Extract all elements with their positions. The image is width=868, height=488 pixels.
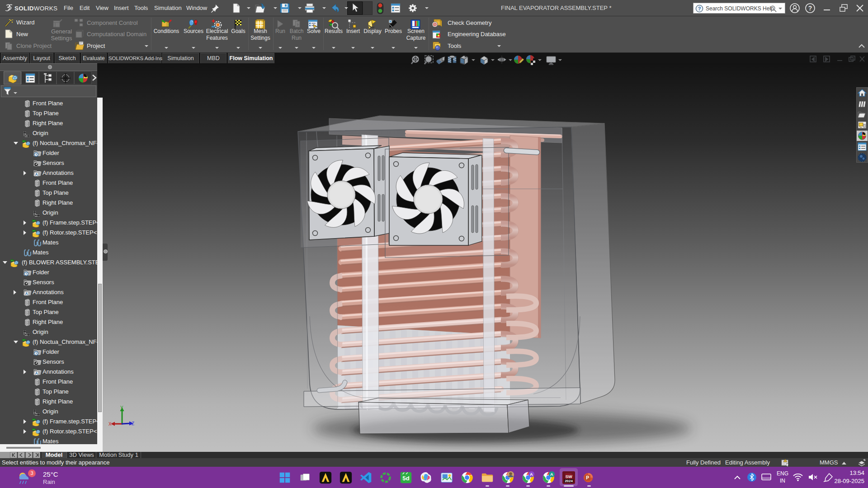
svg-text:A: A xyxy=(550,472,553,477)
svg-text:SOLIDWORKS: SOLIDWORKS xyxy=(14,5,57,12)
svg-text:!: ! xyxy=(785,460,785,462)
svg-text:Z: Z xyxy=(132,421,134,426)
svg-text:SW: SW xyxy=(565,474,572,479)
svg-text:P: P xyxy=(586,475,589,480)
svg-text:5d: 5d xyxy=(402,475,409,482)
svg-text:?: ? xyxy=(698,6,701,11)
svg-text:A: A xyxy=(25,291,28,296)
svg-text:A: A xyxy=(35,371,38,375)
svg-text:A: A xyxy=(35,172,38,177)
svg-text:X: X xyxy=(108,422,112,427)
svg-text:Y: Y xyxy=(120,405,123,410)
svg-text:?: ? xyxy=(808,5,812,12)
svg-text:2024: 2024 xyxy=(565,479,573,483)
svg-text:A: A xyxy=(530,472,533,477)
